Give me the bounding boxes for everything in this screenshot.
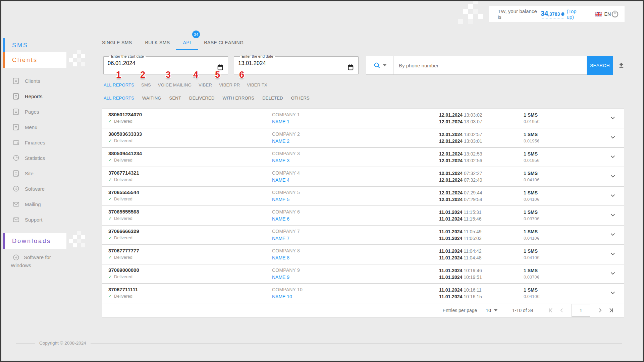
sidebar-item-mailing[interactable]: Mailing <box>3 196 85 212</box>
delivery-status: ✓ Delivered <box>108 255 139 260</box>
sender-name-link[interactable]: NAME 10 <box>272 294 303 299</box>
tab-api[interactable]: API 34 <box>179 35 196 50</box>
table-row[interactable]: 37065555568 ✓ Delivered COMPANY 6 NAME 6… <box>102 206 624 226</box>
prev-page-button[interactable] <box>556 307 568 313</box>
calendar-icon[interactable] <box>347 64 354 72</box>
check-icon: ✓ <box>108 119 112 124</box>
expand-row-button[interactable] <box>609 133 616 142</box>
table-row[interactable]: 380501234070 ✓ Delivered COMPANY 1 NAME … <box>102 109 624 128</box>
search-type-dropdown[interactable] <box>366 56 393 75</box>
sender-name-link[interactable]: NAME 4 <box>272 177 300 183</box>
sidebar-item-menu[interactable]: Menu <box>3 119 85 135</box>
sidebar-item-statistics[interactable]: Statistics <box>3 150 85 166</box>
sms-count: 1 SMS <box>524 268 539 273</box>
sidebar-item-site[interactable]: Site <box>3 166 85 181</box>
expand-row-button[interactable] <box>609 172 616 181</box>
sidebar-section-sms[interactable]: SMS <box>3 38 85 52</box>
table-row[interactable]: 37067711111 ✓ Delivered COMPANY 10 NAME … <box>102 284 624 303</box>
expand-row-button[interactable] <box>609 114 616 123</box>
sent-date: 12.01.2024 <box>439 171 463 176</box>
export-button[interactable] <box>618 62 625 70</box>
sidebar-item-software-for-windows[interactable]: Software for Windows <box>3 253 63 269</box>
sidebar-item-support[interactable]: Support <box>3 212 85 227</box>
expand-row-button[interactable] <box>609 231 616 239</box>
delivery-status: ✓ Delivered <box>108 235 139 240</box>
tab-base-cleaning[interactable]: BASE CLEANING <box>200 35 248 50</box>
search-button[interactable]: SEARCH <box>587 56 613 75</box>
start-date-input[interactable]: 06.01.2024 <box>108 60 224 66</box>
sent-timestamp: 12.01.2024 07:29:44 <box>439 190 482 195</box>
sms-price: 0.0410€ <box>524 255 539 260</box>
sender-name-link[interactable]: NAME 7 <box>272 236 300 241</box>
filter-voice-mailing[interactable]: VOICE MAILING <box>158 82 192 87</box>
filter-status-deleted[interactable]: DELETED <box>262 96 283 101</box>
sender-name-link[interactable]: NAME 5 <box>272 197 300 202</box>
expand-row-button[interactable] <box>609 269 616 278</box>
expand-row-button[interactable] <box>609 153 616 162</box>
expand-row-button[interactable] <box>609 192 616 200</box>
current-page-input[interactable]: 1 <box>572 304 590 317</box>
chevron-down-icon <box>609 250 616 257</box>
end-date-field[interactable]: Enter the end date 13.01.2024 <box>234 54 359 74</box>
expand-row-button[interactable] <box>609 250 616 259</box>
search-input[interactable] <box>393 56 587 75</box>
sender-name-link[interactable]: NAME 1 <box>272 119 300 124</box>
filter-all-reports[interactable]: ALL REPORTS <box>104 82 134 87</box>
filter-sms[interactable]: SMS <box>141 82 151 87</box>
sms-count: 1 SMS <box>524 229 539 234</box>
filter-status-others[interactable]: OTHERS <box>291 96 310 101</box>
table-row[interactable]: 37067714321 ✓ Delivered COMPANY 4 NAME 4… <box>102 167 624 187</box>
filter-viber[interactable]: VIBER <box>199 82 212 87</box>
chevron-down-icon <box>609 269 616 277</box>
filter-status-sent[interactable]: SENT <box>169 96 181 101</box>
tab-bar: SINGLE SMS BULK SMS API 34 BASE CLEANING <box>97 35 626 50</box>
filter-status-delivered[interactable]: DELIVERED <box>189 96 215 101</box>
sender-name-link[interactable]: NAME 2 <box>272 138 300 144</box>
sms-cell: 1 SMS 0.0195€ <box>524 132 539 143</box>
first-page-button[interactable] <box>545 307 556 314</box>
delivered-timestamp: 11.01.2024 10:16:15 <box>439 294 482 299</box>
phone-number: 37065555544 <box>108 189 139 195</box>
expand-row-button[interactable] <box>609 211 616 220</box>
status-label: Delivered <box>114 255 132 260</box>
entries-per-page-select[interactable]: 10 <box>486 308 497 313</box>
annotation-number-1: 1 <box>116 70 121 80</box>
table-row[interactable]: 380503633333 ✓ Delivered COMPANY 2 NAME … <box>102 128 624 148</box>
table-rows: 380501234070 ✓ Delivered COMPANY 1 NAME … <box>102 109 624 303</box>
sidebar-item-finances[interactable]: Finances <box>3 135 85 150</box>
sidebar-item-reports[interactable]: Reports <box>3 88 85 104</box>
filter-viber-tx[interactable]: VIBER TX <box>247 82 267 87</box>
sidebar-item-clients[interactable]: Clients <box>3 73 85 88</box>
sent-time: 13:03:02 <box>464 112 482 118</box>
table-row[interactable]: 37069000000 ✓ Delivered COMPANY 9 NAME 9… <box>102 264 624 284</box>
delivered-time: 10:16:15 <box>464 294 482 299</box>
delivered-timestamp: 12.01.2024 13:03:07 <box>439 119 482 124</box>
sidebar-section-downloads[interactable]: Downloads <box>3 233 66 249</box>
table-row[interactable]: 37067777777 ✓ Delivered COMPANY 8 NAME 8… <box>102 245 624 264</box>
filter-status-all-reports[interactable]: ALL REPORTS <box>104 96 134 101</box>
entries-per-page-label: Entries per page <box>443 308 477 313</box>
tab-bulk-sms[interactable]: BULK SMS <box>141 35 174 50</box>
filter-status-with-errors[interactable]: WITH ERRORS <box>223 96 255 101</box>
last-page-button[interactable] <box>606 307 617 314</box>
chevron-down-icon <box>609 289 616 296</box>
sender-name-link[interactable]: NAME 8 <box>272 255 300 260</box>
filter-status-waiting[interactable]: WAITING <box>142 96 161 101</box>
table-row[interactable]: 37065555544 ✓ Delivered COMPANY 5 NAME 5… <box>102 187 624 206</box>
expand-row-button[interactable] <box>609 289 616 298</box>
table-row[interactable]: 37066666329 ✓ Delivered COMPANY 7 NAME 7… <box>102 226 624 245</box>
sender-name-link[interactable]: NAME 3 <box>272 158 300 163</box>
table-row[interactable]: 380509441234 ✓ Delivered COMPANY 3 NAME … <box>102 148 624 167</box>
end-date-input[interactable]: 13.01.2024 <box>238 60 354 66</box>
next-page-button[interactable] <box>594 307 606 313</box>
sidebar-section-clients[interactable]: Clients <box>3 52 66 68</box>
sms-price: 0.0195€ <box>524 138 539 143</box>
sidebar-item-pages[interactable]: Pages <box>3 104 85 119</box>
sender-name-link[interactable]: NAME 6 <box>272 216 300 222</box>
sidebar-item-software[interactable]: Software <box>3 181 85 196</box>
sender-name-link[interactable]: NAME 9 <box>272 275 300 280</box>
delivered-date: 12.01.2024 <box>439 119 463 124</box>
chevron-down-icon <box>494 309 497 311</box>
filter-viber-pr[interactable]: VIBER PR <box>219 82 240 87</box>
tab-single-sms[interactable]: SINGLE SMS <box>98 35 137 50</box>
